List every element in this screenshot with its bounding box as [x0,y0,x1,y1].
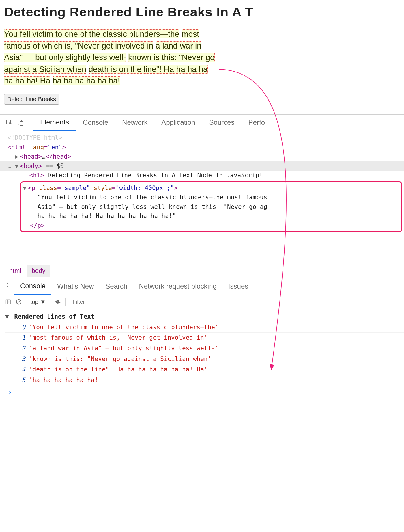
inspect-icon[interactable] [4,118,14,127]
drawer-tab[interactable]: Network request blocking [133,278,222,295]
breadcrumb-item[interactable]: html [4,265,27,277]
console-string: 'You fell victim to one of the classic b… [29,322,218,333]
console-group-label: Rendered Lines of Text [14,313,94,320]
devtools-tab-perfo[interactable]: Perfo [242,114,272,131]
chevron-down-icon: ▼ [40,299,46,305]
console-prompt[interactable]: › [5,386,404,397]
devtools-tab-network[interactable]: Network [115,114,154,131]
console-string: 'a land war in Asia" — but only slightly… [29,343,218,354]
console-toolbar: top ▼ [0,295,404,309]
devtools-tab-elements[interactable]: Elements [33,114,76,131]
console-index: 3 [21,354,25,364]
devtools-tab-sources[interactable]: Sources [202,114,242,131]
console-row: 4'death is on the line"! Ha ha ha ha ha … [5,364,404,375]
console-group[interactable]: ▼ Rendered Lines of Text [5,312,404,322]
sample-line: ha ha ha ha ha ha! [53,76,120,85]
drawer-tabs: ⋮ ConsoleWhat's NewSearchNetwork request… [0,278,404,295]
live-expression-icon[interactable] [54,298,61,305]
sample-line: You fell victim to one of the classic bl… [4,29,179,38]
drawer-tab[interactable]: Issues [222,278,254,295]
clear-console-icon[interactable] [16,299,22,305]
console-row: 0'You fell victim to one of the classic … [5,322,404,333]
toolbar-divider [50,298,50,306]
drawer-menu-icon[interactable]: ⋮ [0,282,14,291]
console-sidebar-toggle-icon[interactable] [5,299,12,305]
elements-breadcrumb[interactable]: htmlbody [0,264,404,278]
console-row: 3'known is this: "Never go against a Sic… [5,354,404,364]
console-context-label: top [30,299,38,305]
console-row: 5'ha ha ha ha ha ha!' [5,375,404,386]
selected-element-highlight: ▼<p class="sample" style="width: 400px ;… [20,181,402,232]
console-context-selector[interactable]: top ▼ [30,299,46,305]
console-string: 'ha ha ha ha ha ha!' [29,375,102,386]
toolbar-divider [65,298,66,306]
console-string: 'most famous of which is, "Never get inv… [29,333,208,343]
disclosure-triangle-icon[interactable]: ▼ [5,312,9,322]
console-index: 1 [21,333,25,343]
page-title: Detecting Rendered Line Breaks In A T [4,5,400,20]
sample-paragraph: You fell victim to one of the classic bl… [4,28,215,87]
devtools-tabs: ElementsConsoleNetworkApplicationSources… [0,115,404,131]
console-row: 2'a land war in Asia" — but only slightl… [5,343,404,354]
drawer-tab[interactable]: What's New [51,278,100,295]
toolbar-divider [29,118,29,127]
console-row: 1'most famous of which is, "Never get in… [5,332,404,343]
console-index: 2 [21,343,25,354]
drawer-tab[interactable]: Console [14,278,51,295]
device-toggle-icon[interactable] [16,118,25,127]
console-index: 4 [21,364,25,375]
elements-tree[interactable]: <!DOCTYPE html><html lang="en"> ▶<head>…… [0,131,404,264]
console-string: 'death is on the line"! Ha ha ha ha ha h… [29,364,208,375]
svg-rect-3 [6,300,11,304]
console-output[interactable]: ▼ Rendered Lines of Text 0'You fell vict… [0,309,404,400]
console-index: 5 [21,375,25,386]
svg-line-6 [17,300,20,304]
detect-line-breaks-button[interactable]: Detect Line Breaks [4,94,59,105]
console-filter-input[interactable] [70,297,214,307]
devtools-panel: ElementsConsoleNetworkApplicationSources… [0,114,404,400]
console-index: 0 [21,322,25,333]
toolbar-divider [26,298,26,306]
console-string: 'known is this: "Never go against a Sici… [29,354,211,364]
breadcrumb-item[interactable]: body [27,265,51,277]
drawer-tab[interactable]: Search [100,278,133,295]
devtools-tab-console[interactable]: Console [76,114,115,131]
devtools-tab-application[interactable]: Application [154,114,202,131]
svg-rect-2 [20,121,23,125]
